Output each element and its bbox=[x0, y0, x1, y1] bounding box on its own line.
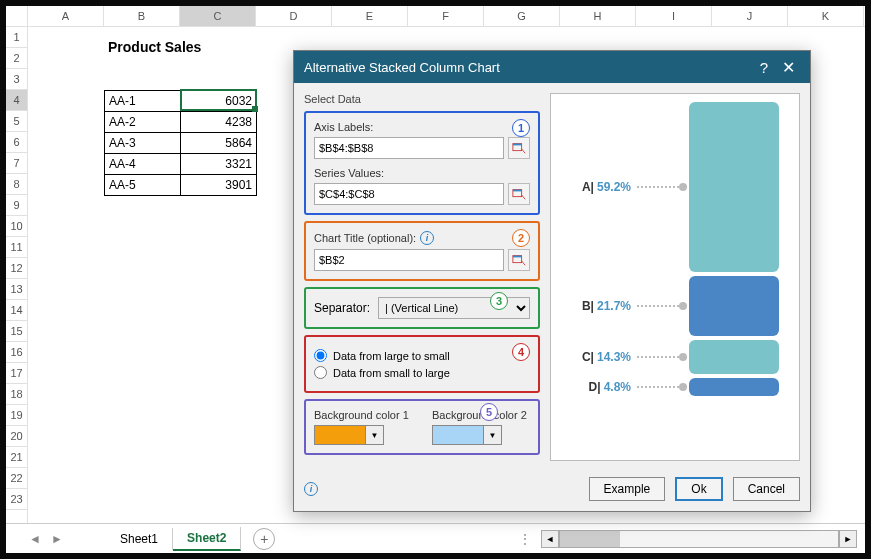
row-header-gutter: 1234567891011121314151617181920212223 bbox=[6, 6, 28, 523]
select-data-label: Select Data bbox=[304, 93, 540, 105]
section-3: 3 Separator: | (Vertical Line) bbox=[304, 287, 540, 329]
section-1: 1 Axis Labels: Series Values: bbox=[304, 111, 540, 215]
axis-labels-label: Axis Labels: bbox=[314, 121, 530, 133]
section-2: 2 Chart Title (optional):i bbox=[304, 221, 540, 281]
bg2-picker[interactable]: ▼ bbox=[432, 425, 530, 445]
ref-picker-icon[interactable] bbox=[508, 183, 530, 205]
chevron-down-icon: ▼ bbox=[484, 425, 502, 445]
ref-picker-icon[interactable] bbox=[508, 249, 530, 271]
sheet-nav-prev[interactable]: ◄ bbox=[26, 530, 44, 548]
info-icon[interactable]: i bbox=[420, 231, 434, 245]
hscroll-right[interactable]: ► bbox=[839, 530, 857, 548]
hscroll-track[interactable] bbox=[559, 530, 839, 548]
chart-title-input[interactable] bbox=[314, 249, 504, 271]
radio-small-to-large[interactable]: Data from small to large bbox=[314, 366, 530, 379]
chart-preview: A| 59.2%B| 21.7%C| 14.3%D| 4.8% bbox=[550, 93, 800, 461]
cancel-button[interactable]: Cancel bbox=[733, 477, 800, 501]
dialog-title: Alternative Stacked Column Chart bbox=[304, 60, 752, 75]
ref-picker-icon[interactable] bbox=[508, 137, 530, 159]
hscroll-left[interactable]: ◄ bbox=[541, 530, 559, 548]
example-button[interactable]: Example bbox=[589, 477, 666, 501]
svg-rect-1 bbox=[513, 144, 522, 146]
chart-title-label: Chart Title (optional):i bbox=[314, 231, 530, 245]
svg-rect-5 bbox=[513, 256, 522, 258]
series-values-input[interactable] bbox=[314, 183, 504, 205]
data-table: AA-16032AA-24238AA-35864AA-43321AA-53901 bbox=[104, 90, 257, 196]
section-4: 4 Data from large to small Data from sma… bbox=[304, 335, 540, 393]
sheet-tab-bar: ◄ ► Sheet1 Sheet2 + ⋮ ◄ ► bbox=[6, 523, 865, 553]
sheet-tab-2[interactable]: Sheet2 bbox=[173, 527, 241, 551]
radio-large-to-small[interactable]: Data from large to small bbox=[314, 349, 530, 362]
sheet-tab-1[interactable]: Sheet1 bbox=[106, 528, 173, 550]
axis-labels-input[interactable] bbox=[314, 137, 504, 159]
sheet-nav-next[interactable]: ► bbox=[48, 530, 66, 548]
bg1-label: Background color 1 bbox=[314, 409, 412, 421]
series-values-label: Series Values: bbox=[314, 167, 530, 179]
bg1-picker[interactable]: ▼ bbox=[314, 425, 412, 445]
svg-rect-3 bbox=[513, 190, 522, 192]
add-sheet-button[interactable]: + bbox=[253, 528, 275, 550]
ok-button[interactable]: Ok bbox=[675, 477, 722, 501]
separator-label: Separator: bbox=[314, 301, 370, 315]
close-icon[interactable]: ✕ bbox=[776, 58, 800, 77]
chevron-down-icon: ▼ bbox=[366, 425, 384, 445]
section-5: 5 Background color 1 ▼ Background color … bbox=[304, 399, 540, 455]
title-cell: Product Sales bbox=[108, 39, 201, 55]
stacked-column-dialog: Alternative Stacked Column Chart ? ✕ Sel… bbox=[293, 50, 811, 512]
info-icon[interactable]: i bbox=[304, 482, 318, 496]
help-icon[interactable]: ? bbox=[752, 59, 776, 76]
column-headers: ABCDEFGHIJKL bbox=[28, 6, 865, 27]
